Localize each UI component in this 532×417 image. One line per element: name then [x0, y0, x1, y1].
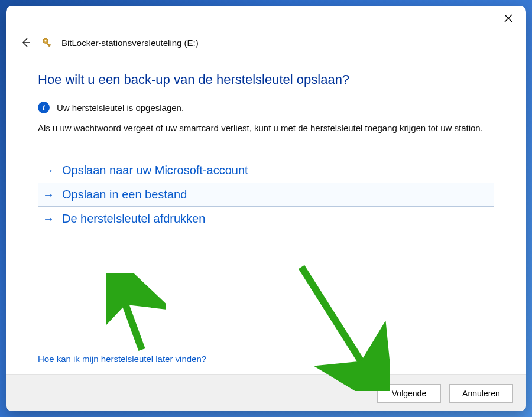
arrow-right-icon: →	[42, 188, 55, 201]
cancel-button[interactable]: Annuleren	[449, 384, 513, 403]
header-row: BitLocker-stationsversleuteling (E:)	[6, 31, 526, 54]
option-save-to-file[interactable]: → Opslaan in een bestand	[38, 183, 494, 207]
svg-point-4	[44, 40, 46, 41]
option-label: De herstelsleutel afdrukken	[62, 212, 205, 226]
back-button[interactable]	[19, 35, 33, 50]
annotation-arrow-down	[290, 261, 390, 391]
page-heading: Hoe wilt u een back-up van de herstelsle…	[38, 72, 494, 87]
arrow-right-icon: →	[42, 212, 55, 226]
info-text: Uw herstelsleutel is opgeslagen.	[57, 103, 184, 113]
close-icon	[504, 14, 512, 22]
annotation-arrow-up	[106, 273, 166, 356]
titlebar	[6, 6, 526, 31]
help-link[interactable]: Hoe kan ik mijn herstelsleutel later vin…	[38, 354, 206, 364]
info-row: i Uw herstelsleutel is opgeslagen.	[38, 102, 494, 113]
next-button[interactable]: Volgende	[377, 384, 441, 403]
bitlocker-dialog: BitLocker-stationsversleuteling (E:) Hoe…	[6, 6, 526, 411]
window-title: BitLocker-stationsversleuteling (E:)	[61, 38, 199, 48]
option-label: Opslaan in een bestand	[62, 188, 187, 201]
dialog-content: Hoe wilt u een back-up van de herstelsle…	[6, 54, 526, 374]
recovery-option-list: → Opslaan naar uw Microsoft-account → Op…	[38, 158, 494, 231]
arrow-right-icon: →	[42, 164, 55, 177]
dialog-footer: Volgende Annuleren	[6, 374, 526, 411]
option-save-ms-account[interactable]: → Opslaan naar uw Microsoft-account	[38, 158, 494, 183]
bitlocker-key-icon	[41, 37, 53, 48]
desktop-background: BitLocker-stationsversleuteling (E:) Hoe…	[0, 0, 532, 417]
option-label: Opslaan naar uw Microsoft-account	[62, 164, 248, 177]
svg-line-8	[301, 267, 372, 379]
option-print-key[interactable]: → De herstelsleutel afdrukken	[38, 207, 494, 231]
svg-line-7	[118, 285, 142, 350]
info-icon: i	[38, 102, 50, 113]
back-arrow-icon	[20, 37, 32, 48]
body-text: Als u uw wachtwoord vergeet of uw smartc…	[38, 122, 487, 135]
close-button[interactable]	[498, 8, 519, 29]
